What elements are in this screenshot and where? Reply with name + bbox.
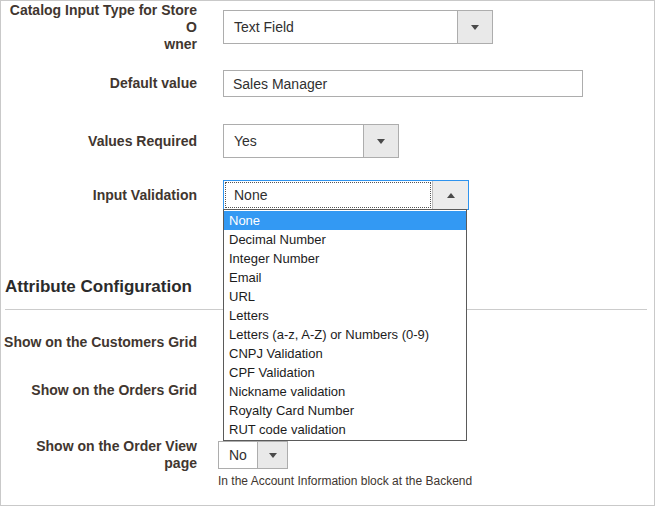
field-row-order-view: Show on the Order View page No — [1, 441, 288, 469]
input-validation-label: Input Validation — [1, 187, 197, 204]
values-required-label: Values Required — [1, 133, 197, 150]
order-view-value[interactable]: No — [219, 442, 257, 468]
validation-dropdown-list: None Decimal Number Integer Number Email… — [223, 209, 467, 441]
catalog-input-type-arrow-button[interactable] — [457, 11, 492, 43]
catalog-input-type-value[interactable]: Text Field — [224, 11, 457, 43]
validation-option-decimal-number[interactable]: Decimal Number — [224, 230, 466, 249]
validation-option-cnpj[interactable]: CNPJ Validation — [224, 344, 466, 363]
validation-option-email[interactable]: Email — [224, 268, 466, 287]
field-row-catalog-input-type: Catalog Input Type for Store O wner Text… — [1, 10, 493, 44]
catalog-input-type-select[interactable]: Text Field — [223, 10, 493, 44]
chevron-up-icon — [447, 193, 455, 198]
field-row-input-validation: Input Validation None — [1, 180, 469, 210]
chevron-down-icon — [269, 453, 277, 458]
show-order-view-label: Show on the Order View page — [1, 438, 197, 472]
default-value-input[interactable] — [223, 70, 583, 97]
default-value-label: Default value — [1, 75, 197, 92]
input-validation-combobox[interactable]: None — [223, 180, 469, 210]
validation-option-letters[interactable]: Letters — [224, 306, 466, 325]
values-required-select[interactable]: Yes — [223, 124, 399, 158]
input-validation-value[interactable]: None — [225, 182, 431, 208]
validation-option-integer-number[interactable]: Integer Number — [224, 249, 466, 268]
field-row-values-required: Values Required Yes — [1, 124, 399, 158]
input-validation-arrow-button[interactable] — [432, 181, 468, 209]
field-row-default-value: Default value — [1, 70, 583, 97]
validation-option-nickname[interactable]: Nickname validation — [224, 382, 466, 401]
catalog-input-type-label-line2: wner — [1, 36, 197, 53]
catalog-input-type-label: Catalog Input Type for Store O wner — [1, 2, 197, 53]
show-customers-grid-label: Show on the Customers Grid — [1, 334, 197, 351]
attribute-edit-panel: Catalog Input Type for Store O wner Text… — [0, 0, 655, 506]
validation-option-letters-numbers[interactable]: Letters (a-z, A-Z) or Numbers (0-9) — [224, 325, 466, 344]
validation-option-none[interactable]: None — [224, 211, 466, 230]
validation-option-royalty-card[interactable]: Royalty Card Number — [224, 401, 466, 420]
values-required-value[interactable]: Yes — [224, 125, 363, 157]
catalog-input-type-label-line1: Catalog Input Type for Store O — [1, 2, 197, 36]
chevron-down-icon — [377, 139, 385, 144]
show-orders-grid-label: Show on the Orders Grid — [1, 382, 197, 399]
validation-option-rut-code[interactable]: RUT code validation — [224, 420, 466, 439]
validation-option-cpf[interactable]: CPF Validation — [224, 363, 466, 382]
values-required-arrow-button[interactable] — [363, 125, 398, 157]
order-view-select[interactable]: No — [218, 441, 288, 469]
chevron-down-icon — [471, 25, 479, 30]
order-view-note: In the Account Information block at the … — [218, 474, 472, 488]
validation-option-url[interactable]: URL — [224, 287, 466, 306]
order-view-arrow-button[interactable] — [257, 442, 287, 468]
